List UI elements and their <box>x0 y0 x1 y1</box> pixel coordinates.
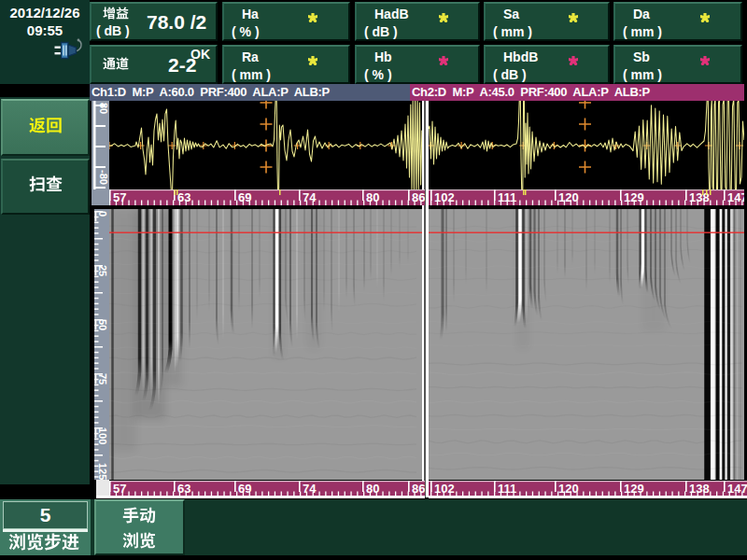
svg-text:102: 102 <box>434 190 455 204</box>
svg-text:80: 80 <box>366 190 379 204</box>
svg-text:102: 102 <box>434 482 455 496</box>
svg-text:111: 111 <box>498 482 516 496</box>
svg-text:111: 111 <box>498 190 516 204</box>
svg-text:74: 74 <box>303 482 317 496</box>
svg-text:80: 80 <box>366 482 379 496</box>
svg-text:120: 120 <box>558 190 579 204</box>
svg-text:86: 86 <box>412 482 425 496</box>
svg-text:63: 63 <box>177 190 190 204</box>
svg-text:129: 129 <box>624 482 644 496</box>
svg-text:69: 69 <box>238 190 251 204</box>
svg-text:129: 129 <box>624 190 644 204</box>
svg-text:147: 147 <box>727 482 747 496</box>
svg-text:74: 74 <box>303 190 317 204</box>
svg-text:86: 86 <box>412 190 425 204</box>
svg-text:63: 63 <box>177 482 190 496</box>
svg-text:69: 69 <box>238 482 251 496</box>
svg-text:57: 57 <box>113 190 126 204</box>
svg-text:138: 138 <box>689 482 710 496</box>
svg-text:57: 57 <box>113 482 126 496</box>
svg-text:147: 147 <box>727 190 744 204</box>
svg-text:120: 120 <box>558 482 579 496</box>
